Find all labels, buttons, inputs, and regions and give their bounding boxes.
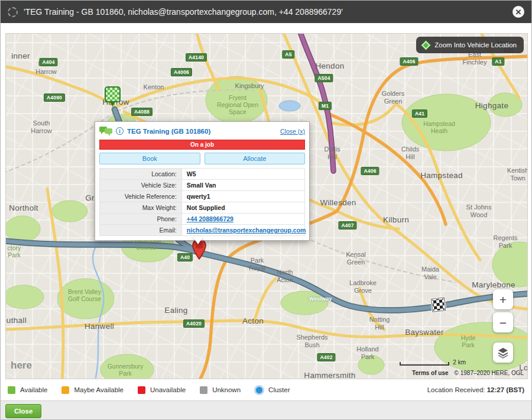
- terms-of-use-link[interactable]: Terms of use: [412, 370, 449, 376]
- field-value: qwerty1: [181, 191, 304, 202]
- status-swatch-icon: [61, 386, 69, 394]
- window-close-button[interactable]: ✕: [512, 6, 524, 18]
- field-label: Phone:: [100, 214, 182, 225]
- legend-bar: AvailableMaybe AvailableUnavailableUnkno…: [1, 379, 531, 400]
- status-swatch-icon: [138, 386, 145, 394]
- legend-label: Unavailable: [150, 386, 186, 393]
- map[interactable]: innerNorth HarrowHarrowSouth HarrowKento…: [5, 33, 528, 379]
- popup-pointer: [193, 237, 203, 244]
- legend-label: Unknown: [212, 386, 241, 393]
- available-vehicle-marker[interactable]: [103, 85, 122, 109]
- field-value[interactable]: +44 2088966729: [181, 214, 304, 225]
- chat-bubbles-icon: [99, 126, 112, 136]
- window-title: 'TEG Training - GB 101860, nicholas@tran…: [24, 7, 507, 17]
- status-swatch-icon: [8, 386, 15, 394]
- window-titlebar: 'TEG Training - GB 101860, nicholas@tran…: [1, 1, 531, 23]
- field-value: Not Supplied: [181, 202, 304, 214]
- vehicle-info-popup: i TEG Training (GB 101860) Close (x) On …: [95, 121, 310, 241]
- location-received-value: 12:27 (BST): [487, 386, 524, 393]
- loading-spinner-icon: [8, 7, 18, 17]
- vehicle-title-link[interactable]: TEG Training (GB 101860): [127, 128, 210, 135]
- legend-items: AvailableMaybe AvailableUnavailableUnkno…: [8, 386, 304, 394]
- zoom-out-button[interactable]: −: [493, 312, 513, 332]
- zoom-controls: + −: [493, 289, 513, 332]
- location-received: Location Received: 12:27 (BST): [427, 386, 524, 393]
- vehicle-diamond-icon: [421, 40, 431, 50]
- vehicle-details-table: Location:W5Vehicle Size:Small VanVehicle…: [99, 168, 305, 236]
- here-logo: here: [11, 360, 32, 371]
- vehicle-field-row: Email:nicholas@transportexchangegroup.co…: [100, 225, 305, 236]
- layers-button[interactable]: [493, 343, 513, 363]
- field-label: Vehicle Size:: [100, 180, 182, 191]
- field-value: W5: [181, 169, 304, 180]
- vehicle-field-row: Location:W5: [100, 169, 305, 180]
- vehicle-field-row: Vehicle Reference:qwerty1: [100, 191, 305, 202]
- allocate-button[interactable]: Allocate: [205, 153, 306, 164]
- legend-label: Cluster: [268, 386, 290, 393]
- layers-icon: [497, 347, 509, 358]
- vehicle-field-row: Phone:+44 2088966729: [100, 214, 305, 225]
- field-label: Max Weight:: [100, 202, 182, 214]
- scale-label: 2 km: [453, 359, 466, 366]
- zoom-in-button[interactable]: +: [493, 289, 513, 309]
- field-value: Small Van: [181, 180, 304, 191]
- vehicle-field-row: Vehicle Size:Small Van: [100, 180, 305, 191]
- status-badge: On a job: [99, 140, 305, 150]
- info-icon[interactable]: i: [116, 127, 124, 135]
- copyright-text: © 1987–2020 HERE, OGL: [455, 370, 524, 376]
- dialog-footer: Close: [1, 400, 531, 420]
- legend-label: Maybe Available: [74, 386, 124, 393]
- legend-item: Unknown: [200, 386, 241, 394]
- field-value[interactable]: nicholas@transportexchangegroup.com: [181, 225, 304, 236]
- legend-item: Cluster: [255, 386, 290, 394]
- scale-bar: [400, 362, 449, 366]
- location-received-label: Location Received:: [427, 386, 485, 393]
- reservoir: [279, 101, 300, 111]
- vehicle-field-row: Max Weight:Not Supplied: [100, 202, 305, 214]
- legend-item: Unavailable: [138, 386, 186, 394]
- cluster-icon: [256, 387, 262, 393]
- popup-header: i TEG Training (GB 101860) Close (x): [99, 126, 305, 136]
- zoom-into-vehicle-label: Zoom Into Vehicle Location: [434, 41, 517, 49]
- zoom-into-vehicle-button[interactable]: Zoom Into Vehicle Location: [416, 37, 524, 53]
- legend-item: Available: [8, 386, 47, 394]
- field-label: Vehicle Reference:: [100, 191, 182, 202]
- popup-close-link[interactable]: Close (x): [280, 128, 305, 135]
- popup-actions: Book Allocate: [99, 153, 305, 164]
- close-button[interactable]: Close: [5, 404, 41, 418]
- map-scale: 2 km: [400, 359, 466, 366]
- legend-label: Available: [20, 386, 47, 393]
- field-label: Location:: [100, 169, 182, 180]
- destination-flag-marker[interactable]: [430, 296, 448, 317]
- field-label: Email:: [100, 225, 182, 236]
- book-button[interactable]: Book: [99, 153, 200, 164]
- legend-item: Maybe Available: [61, 386, 124, 394]
- status-swatch-icon: [200, 386, 207, 394]
- map-attribution: Terms of use © 1987–2020 HERE, OGL: [412, 370, 524, 376]
